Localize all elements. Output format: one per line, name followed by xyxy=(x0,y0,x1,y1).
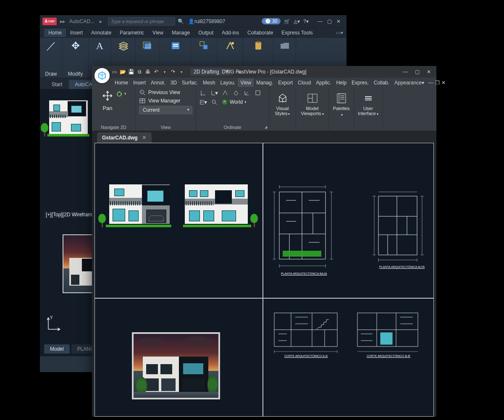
view-manager-button[interactable]: View Manager xyxy=(139,97,192,104)
ucs-world-dropdown[interactable]: World ▾ xyxy=(221,98,247,106)
save-icon[interactable]: 💾 xyxy=(128,69,134,75)
panel-model-viewports[interactable]: ModelViewports▾ xyxy=(296,87,329,131)
orbit-icon[interactable] xyxy=(116,91,123,97)
menu-collaborate[interactable]: Collaborate xyxy=(243,29,277,37)
open-icon[interactable]: 📂 xyxy=(120,69,126,75)
child-restore-icon[interactable]: ❐ xyxy=(435,80,440,86)
menu-surface[interactable]: Surfac. xyxy=(179,79,200,87)
menu-applic[interactable]: Applic. xyxy=(313,79,333,87)
ucs-view-icon[interactable] xyxy=(254,89,262,97)
child-close-icon[interactable]: ✕ xyxy=(441,80,446,86)
layers-icon xyxy=(117,39,130,52)
menu-insert[interactable]: Insert xyxy=(66,29,87,37)
fastview-canvas[interactable]: PLANTA ARQUITECTÓNICA BAJA PLAN xyxy=(94,143,434,417)
redo-icon[interactable]: ↷ xyxy=(170,69,176,75)
new-icon[interactable]: ▭ xyxy=(111,69,117,75)
previous-view-button[interactable]: Previous View xyxy=(139,89,192,96)
fastview-logo[interactable] xyxy=(94,68,110,83)
pan-label[interactable]: Pan xyxy=(102,105,112,111)
menu-3d[interactable]: 3D xyxy=(168,79,179,87)
trial-timer[interactable]: 🕓 30 xyxy=(262,18,281,24)
menu-export[interactable]: Export xyxy=(276,79,295,87)
redo-dropdown-icon[interactable]: ▾ xyxy=(178,69,184,75)
saveall-icon[interactable]: ⧉ xyxy=(136,69,142,75)
maximize-button[interactable]: ▢ xyxy=(325,18,334,25)
maximize-button[interactable]: ▢ xyxy=(411,68,423,76)
user-icon[interactable]: 👤 xyxy=(188,18,194,24)
menu-home[interactable]: Home xyxy=(44,29,66,37)
ucs-icon[interactable] xyxy=(200,89,207,97)
ucs-world-icon[interactable]: ▾ xyxy=(210,89,218,97)
search-input[interactable]: Type a keyword or phrase xyxy=(108,17,175,26)
menu-insert[interactable]: Insert xyxy=(131,79,148,87)
appearance-menu[interactable]: Appearance▾ xyxy=(392,79,427,87)
viewport-top-right[interactable]: PLANTA ARQUITECTÓNICA BAJA PLAN xyxy=(263,143,433,298)
search-icon[interactable]: 🔍 xyxy=(178,18,184,24)
menu-collab[interactable]: Collab. xyxy=(371,79,392,87)
viewport-top-left[interactable] xyxy=(95,143,262,298)
menu-express[interactable]: Express Tools xyxy=(277,29,317,37)
viewports-label: ModelViewports▾ xyxy=(301,106,323,116)
panel-palettes[interactable]: Palettes ▾ xyxy=(329,87,354,131)
print-icon[interactable]: 🖶 xyxy=(145,69,151,75)
autocad-user[interactable]: rui827589807 xyxy=(194,18,225,24)
properties-icon xyxy=(169,39,182,52)
named-ucs-icon[interactable]: ▾ xyxy=(200,98,207,106)
menu-annot[interactable]: Annot. xyxy=(148,79,168,87)
panel-draw[interactable]: ／ Draw xyxy=(40,38,63,78)
panel-ordinate: ▾ ▾ World ▾ Ordinate◢ xyxy=(196,87,269,131)
close-button[interactable]: ✕ xyxy=(423,68,435,76)
pan-icon[interactable] xyxy=(101,89,114,102)
menu-annotate[interactable]: Annotate xyxy=(87,29,116,37)
close-button[interactable]: ✕ xyxy=(334,18,343,25)
viewport-label[interactable]: [+][Top][2D Wirefram... xyxy=(44,211,98,218)
help-icon[interactable]: ?▾ xyxy=(303,18,309,24)
minimize-button[interactable]: — xyxy=(315,18,325,25)
svg-point-12 xyxy=(119,92,120,93)
ucs-3point-icon[interactable] xyxy=(232,89,240,97)
menu-manage[interactable]: Manag. xyxy=(254,79,276,87)
menu-manage[interactable]: Manage xyxy=(168,29,194,37)
menu-addins[interactable]: Add-ins xyxy=(218,29,243,37)
floor-plan-alta: PLANTA ARQUITECTÓNICA ALTA xyxy=(369,189,428,265)
panel-modify[interactable]: ✥ Modify xyxy=(63,38,89,78)
doc-tab[interactable]: GstarCAD.dwg ✕ xyxy=(97,132,152,143)
ucs-prev-icon[interactable] xyxy=(210,98,218,106)
undo-dropdown-icon[interactable]: ▾ xyxy=(162,69,168,75)
ribbon-collapse-icon[interactable]: ▭▾ xyxy=(336,30,343,36)
close-tab-icon[interactable]: ✕ xyxy=(142,134,147,141)
groups-icon xyxy=(198,39,210,52)
menu-parametric[interactable]: Parametric xyxy=(116,29,148,37)
minimize-button[interactable]: — xyxy=(399,68,411,76)
menu-view[interactable]: View xyxy=(238,79,254,87)
floor-plan-baja: PLANTA ARQUITECTÓNICA BAJA xyxy=(268,184,340,272)
panel-user-interface[interactable]: UserInterface▾ xyxy=(354,87,383,131)
menu-express[interactable]: Expres. xyxy=(349,79,371,87)
app-menu-icon[interactable]: ◬▾ xyxy=(294,18,300,24)
viewport-bottom-left[interactable] xyxy=(95,299,262,416)
menu-output[interactable]: Output xyxy=(194,29,218,37)
cart-icon[interactable]: 🛒 xyxy=(284,18,290,24)
user-interface-icon xyxy=(362,92,375,105)
child-minimize-icon[interactable]: — xyxy=(428,80,433,86)
autocad-title: AutoCAD... xyxy=(69,18,94,24)
panel-navigate2d: Pan ▾ Navigate 2D xyxy=(92,87,136,131)
menu-view[interactable]: View xyxy=(148,29,168,37)
start-tab[interactable]: Start xyxy=(46,80,68,89)
menu-help[interactable]: Help xyxy=(333,79,349,87)
ucs-face-icon[interactable] xyxy=(221,89,229,97)
orbit-dropdown-icon[interactable]: ▾ xyxy=(124,92,126,96)
viewport-bottom-right[interactable]: CORTE ARQUITECTÓNICO A-A' CORTE ARQUITEC… xyxy=(263,299,433,416)
panel-visual-styles[interactable]: VisualStyles▾ xyxy=(269,87,296,131)
menu-cloud[interactable]: Cloud xyxy=(295,79,313,87)
undo-icon[interactable]: ↶ xyxy=(153,69,159,75)
svg-point-7 xyxy=(231,42,234,45)
ucs-z-icon[interactable] xyxy=(243,89,251,97)
menu-layout[interactable]: Layou. xyxy=(218,79,238,87)
view-current-dropdown[interactable]: Current xyxy=(139,106,192,114)
model-tab[interactable]: Model xyxy=(44,344,70,354)
ucs-axis-icon: Y xyxy=(46,315,63,333)
menu-home[interactable]: Home xyxy=(112,79,131,87)
section-label: CORTE ARQUITECTÓNICO B-B' xyxy=(367,354,410,357)
menu-mesh[interactable]: Mesh xyxy=(200,79,218,87)
